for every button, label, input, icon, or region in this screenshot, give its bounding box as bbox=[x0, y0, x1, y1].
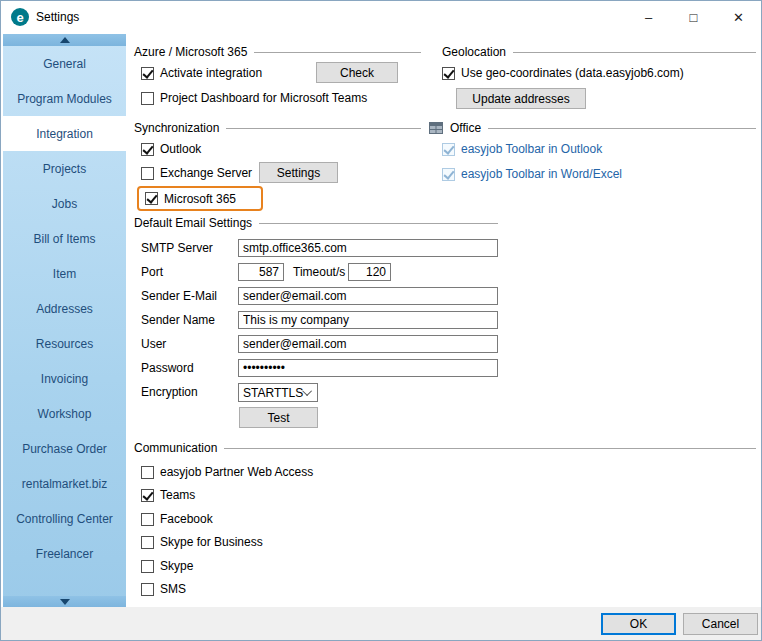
sidebar-scroll-up[interactable] bbox=[3, 34, 126, 46]
maximize-button[interactable]: □ bbox=[671, 1, 716, 33]
project-dashboard-row[interactable]: Project Dashboard for Microsoft Teams bbox=[141, 90, 367, 106]
sidebar: General Program Modules Integration Proj… bbox=[3, 34, 126, 608]
sidebar-item-purchase-order[interactable]: Purchase Order bbox=[3, 431, 126, 466]
exchange-server-label: Exchange Server bbox=[160, 166, 252, 180]
sender-name-label: Sender Name bbox=[141, 311, 215, 329]
scroll-down-icon bbox=[60, 599, 70, 605]
skype-label: Skype bbox=[160, 559, 193, 573]
smtp-server-input[interactable] bbox=[238, 239, 498, 257]
sms-checkbox[interactable] bbox=[141, 583, 154, 596]
toolbar-outlook-checkbox bbox=[442, 143, 455, 156]
chevron-down-icon bbox=[302, 386, 312, 396]
skype-checkbox[interactable] bbox=[141, 560, 154, 573]
project-dashboard-label: Project Dashboard for Microsoft Teams bbox=[160, 91, 367, 105]
sidebar-item-item[interactable]: Item bbox=[3, 256, 126, 291]
sms-row[interactable]: SMS bbox=[141, 581, 186, 597]
office-icon bbox=[429, 122, 443, 134]
sidebar-item-invoicing[interactable]: Invoicing bbox=[3, 361, 126, 396]
sidebar-item-program-modules[interactable]: Program Modules bbox=[3, 81, 126, 116]
encryption-select[interactable]: STARTTLS bbox=[238, 383, 318, 402]
titlebar[interactable]: e Settings – □ ✕ bbox=[1, 1, 761, 33]
close-button[interactable]: ✕ bbox=[716, 1, 761, 33]
group-office-line bbox=[488, 128, 756, 129]
group-azure-title: Azure / Microsoft 365 bbox=[134, 45, 247, 59]
sidebar-item-general[interactable]: General bbox=[3, 46, 126, 81]
facebook-checkbox[interactable] bbox=[141, 513, 154, 526]
check-button[interactable]: Check bbox=[316, 62, 398, 83]
exchange-settings-button[interactable]: Settings bbox=[259, 162, 338, 183]
sidebar-item-jobs[interactable]: Jobs bbox=[3, 186, 126, 221]
project-dashboard-checkbox[interactable] bbox=[141, 92, 154, 105]
group-email-line bbox=[259, 223, 498, 224]
port-label: Port bbox=[141, 263, 163, 281]
group-geolocation-header: Geolocation bbox=[442, 45, 756, 59]
sidebar-item-projects[interactable]: Projects bbox=[3, 151, 126, 186]
activate-integration-checkbox[interactable] bbox=[141, 67, 154, 80]
timeout-input[interactable] bbox=[348, 263, 391, 281]
test-button[interactable]: Test bbox=[239, 407, 318, 428]
timeout-label: Timeout/s bbox=[293, 263, 345, 281]
partner-web-access-row[interactable]: easyjob Partner Web Access bbox=[141, 464, 313, 480]
microsoft365-highlight: Microsoft 365 bbox=[137, 186, 263, 211]
microsoft365-checkbox[interactable] bbox=[145, 192, 158, 205]
sidebar-item-rentalmarket[interactable]: rentalmarket.biz bbox=[3, 466, 126, 501]
group-email-header: Default Email Settings bbox=[134, 216, 498, 230]
skype-row[interactable]: Skype bbox=[141, 558, 193, 574]
microsoft365-row[interactable]: Microsoft 365 bbox=[145, 191, 236, 207]
user-input[interactable] bbox=[238, 335, 498, 353]
sidebar-item-integration[interactable]: Integration bbox=[3, 116, 126, 151]
sender-name-input[interactable] bbox=[238, 311, 498, 329]
use-geo-row[interactable]: Use geo-coordinates (data.easyjob6.com) bbox=[442, 65, 684, 81]
group-sync-line bbox=[226, 128, 421, 129]
exchange-server-checkbox[interactable] bbox=[141, 167, 154, 180]
sidebar-item-addresses[interactable]: Addresses bbox=[3, 291, 126, 326]
exchange-server-row[interactable]: Exchange Server bbox=[141, 165, 252, 181]
activate-integration-label: Activate integration bbox=[160, 66, 262, 80]
sidebar-item-freelancer[interactable]: Freelancer bbox=[3, 536, 126, 571]
password-input[interactable] bbox=[238, 359, 498, 377]
activate-integration-row[interactable]: Activate integration bbox=[141, 65, 262, 81]
sidebar-item-bill-of-items[interactable]: Bill of Items bbox=[3, 221, 126, 256]
port-input[interactable] bbox=[238, 263, 284, 281]
partner-web-access-checkbox[interactable] bbox=[141, 466, 154, 479]
sender-email-label: Sender E-Mail bbox=[141, 287, 217, 305]
group-communication-title: Communication bbox=[134, 441, 217, 455]
toolbar-word-checkbox bbox=[442, 168, 455, 181]
sidebar-items: General Program Modules Integration Proj… bbox=[3, 46, 126, 571]
group-sync-header: Synchronization bbox=[134, 121, 421, 135]
outlook-checkbox[interactable] bbox=[141, 143, 154, 156]
settings-window: e Settings – □ ✕ General Program Modules… bbox=[0, 0, 762, 641]
facebook-label: Facebook bbox=[160, 512, 213, 526]
cancel-button[interactable]: Cancel bbox=[683, 613, 758, 635]
toolbar-word-label: easyjob Toolbar in Word/Excel bbox=[461, 167, 622, 181]
ok-button[interactable]: OK bbox=[601, 613, 676, 635]
skype-for-business-checkbox[interactable] bbox=[141, 536, 154, 549]
skype-for-business-row[interactable]: Skype for Business bbox=[141, 534, 263, 550]
facebook-row[interactable]: Facebook bbox=[141, 511, 213, 527]
sidebar-item-resources[interactable]: Resources bbox=[3, 326, 126, 361]
use-geo-checkbox[interactable] bbox=[442, 67, 455, 80]
encryption-label: Encryption bbox=[141, 383, 198, 401]
teams-checkbox[interactable] bbox=[141, 489, 154, 502]
group-office-title: Office bbox=[450, 121, 481, 135]
teams-row[interactable]: Teams bbox=[141, 487, 195, 503]
sidebar-item-workshop[interactable]: Workshop bbox=[3, 396, 126, 431]
sidebar-item-controlling-center[interactable]: Controlling Center bbox=[3, 501, 126, 536]
window-title: Settings bbox=[36, 10, 79, 24]
encryption-value: STARTTLS bbox=[243, 386, 303, 400]
group-geolocation-line bbox=[513, 52, 756, 53]
update-addresses-button[interactable]: Update addresses bbox=[456, 88, 586, 109]
outlook-label: Outlook bbox=[160, 142, 201, 156]
partner-web-access-label: easyjob Partner Web Access bbox=[160, 465, 313, 479]
toolbar-outlook-label: easyjob Toolbar in Outlook bbox=[461, 142, 602, 156]
group-email-title: Default Email Settings bbox=[134, 216, 252, 230]
sender-email-input[interactable] bbox=[238, 287, 498, 305]
group-communication-header: Communication bbox=[134, 441, 756, 455]
skype-for-business-label: Skype for Business bbox=[160, 535, 263, 549]
app-logo-icon: e bbox=[11, 8, 29, 26]
outlook-row[interactable]: Outlook bbox=[141, 141, 201, 157]
toolbar-word-row: easyjob Toolbar in Word/Excel bbox=[442, 166, 622, 182]
teams-label: Teams bbox=[160, 488, 195, 502]
group-office-header: Office bbox=[429, 121, 756, 135]
minimize-button[interactable]: – bbox=[626, 1, 671, 33]
